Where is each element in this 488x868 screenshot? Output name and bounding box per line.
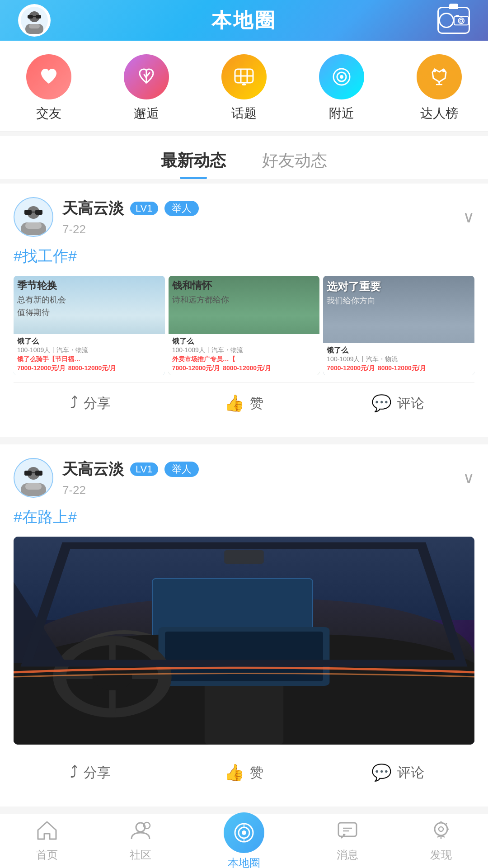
share-label-2: 分享 xyxy=(84,764,111,782)
nav-local[interactable]: 本地圈 xyxy=(224,812,264,868)
post-hashtag-2[interactable]: #在路上# xyxy=(14,507,474,528)
report-badge-2: 举人 xyxy=(164,462,199,477)
svg-point-21 xyxy=(442,70,445,72)
img3-salary1: 7000-12000元/月 xyxy=(327,364,375,373)
friendship-label: 交友 xyxy=(36,105,61,122)
img2-salary2: 8000-12000元/月 xyxy=(223,364,271,373)
like-button-2[interactable]: 👍 赞 xyxy=(167,752,321,793)
post-header-1: 天高云淡 LV1 举人 7-22 ∨ xyxy=(14,197,474,237)
post-avatar-1[interactable] xyxy=(14,197,53,237)
username-2: 天高云淡 xyxy=(62,459,124,480)
car-svg-details xyxy=(14,537,474,745)
like-icon-2: 👍 xyxy=(224,763,244,782)
nav-discover[interactable]: 发现 xyxy=(430,820,452,862)
post-image-1-1[interactable]: 季节轮换 总有新的机会 值得期待 饿了么 100-1009人丨汽车・物流 饿了么… xyxy=(14,276,165,375)
comment-button-2[interactable]: 💬 评论 xyxy=(321,752,474,793)
img1-job1: 饿了么骑手【节日福… xyxy=(17,355,80,363)
img2-title: 钱和情怀 xyxy=(172,279,316,292)
category-friendship[interactable]: 交友 xyxy=(26,54,71,122)
collapse-icon-1[interactable]: ∨ xyxy=(463,208,474,226)
category-nearby[interactable]: 附近 xyxy=(319,54,364,122)
level-badge-2: LV1 xyxy=(130,462,158,476)
like-label-1: 赞 xyxy=(250,394,263,413)
post-avatar-2[interactable] xyxy=(14,458,53,498)
post-date-2: 7-22 xyxy=(62,483,199,497)
comment-button-1[interactable]: 💬 评论 xyxy=(321,383,474,424)
share-button-1[interactable]: ⤴ 分享 xyxy=(14,383,167,424)
discover-label: 发现 xyxy=(430,848,452,862)
img1-brand-sub: 100-1009人丨汽车・物流 xyxy=(17,346,161,354)
bottom-navigation: 首页 社区 本地圈 xyxy=(0,814,488,868)
post-card-1: 天高云淡 LV1 举人 7-22 ∨ #找工作# 季节轮换 总有新的机会 值得期… xyxy=(0,184,488,437)
local-circle-icon xyxy=(224,812,264,853)
encounter-label: 邂逅 xyxy=(134,105,159,122)
svg-point-59 xyxy=(435,823,447,835)
post-hashtag-1[interactable]: #找工作# xyxy=(14,246,474,267)
level-badge-1: LV1 xyxy=(130,202,158,215)
nav-messages[interactable]: 消息 xyxy=(337,820,358,862)
home-icon xyxy=(36,820,58,845)
img1-sub1: 总有新的机会 xyxy=(17,294,161,305)
svg-rect-3 xyxy=(29,24,40,28)
svg-point-20 xyxy=(433,70,436,72)
collapse-icon-2[interactable]: ∨ xyxy=(463,468,474,487)
img3-bottom-card: 饿了么 100-1009人丨汽车・物流 7000-12000元/月 8000-1… xyxy=(323,343,474,375)
post-user-info-1: 天高云淡 LV1 举人 7-22 xyxy=(14,197,199,237)
car-interior-visual xyxy=(14,537,474,745)
username-1: 天高云淡 xyxy=(62,198,124,219)
like-button-1[interactable]: 👍 赞 xyxy=(167,383,321,424)
post-image-1-3[interactable]: 选对了重要 我们给你方向 饿了么 100-1009人丨汽车・物流 7000-12… xyxy=(323,276,474,375)
svg-point-43 xyxy=(93,663,132,690)
share-icon-2: ⤴ xyxy=(70,763,78,782)
community-icon xyxy=(130,820,151,845)
img1-title: 季节轮换 xyxy=(17,279,161,292)
img3-sub: 我们给你方向 xyxy=(327,295,471,306)
post-image-2[interactable] xyxy=(14,537,474,745)
like-label-2: 赞 xyxy=(250,764,263,782)
svg-point-53 xyxy=(242,830,246,835)
user-name-row-2: 天高云淡 LV1 举人 xyxy=(62,459,199,480)
user-name-row-1: 天高云淡 LV1 举人 xyxy=(62,198,199,219)
img2-brand: 饿了么 xyxy=(172,337,316,346)
tab-latest[interactable]: 最新动态 xyxy=(161,150,226,179)
img2-job: 外卖市场推广专员…【 xyxy=(172,355,235,363)
img1-salary2: 8000-12000元/月 xyxy=(68,364,117,373)
svg-rect-30 xyxy=(35,210,42,215)
post-card-2: 天高云淡 LV1 举人 7-22 ∨ #在路上# xyxy=(0,444,488,807)
svg-rect-29 xyxy=(24,210,32,215)
post-image-1-2[interactable]: 钱和情怀 诗和远方都给你 饿了么 100-1009人丨汽车・物流 外卖市场推广专… xyxy=(169,276,320,375)
category-topic[interactable]: 话题 xyxy=(221,54,267,122)
like-icon-1: 👍 xyxy=(224,394,244,413)
user-details-1: 天高云淡 LV1 举人 7-22 xyxy=(62,198,199,236)
share-button-2[interactable]: ⤴ 分享 xyxy=(14,752,167,793)
svg-point-60 xyxy=(439,827,443,831)
categories-section: 交友 邂逅 话题 xyxy=(0,41,488,132)
action-bar-2: ⤴ 分享 👍 赞 💬 评论 xyxy=(14,752,474,793)
img1-bottom-card: 饿了么 100-1009人丨汽车・物流 饿了么骑手【节日福… 7000-1200… xyxy=(14,334,165,375)
img3-brand: 饿了么 xyxy=(327,346,471,355)
svg-rect-35 xyxy=(25,483,42,490)
tab-friends[interactable]: 好友动态 xyxy=(262,150,327,179)
img3-salary2: 8000-12000元/月 xyxy=(378,364,426,373)
nearby-icon xyxy=(319,54,364,99)
img2-salary1: 7000-12000元/月 xyxy=(172,364,221,373)
comment-label-1: 评论 xyxy=(397,394,424,413)
post-user-info-2: 天高云淡 LV1 举人 7-22 xyxy=(14,458,199,498)
category-encounter[interactable]: 邂逅 xyxy=(124,54,169,122)
user-details-2: 天高云淡 LV1 举人 7-22 xyxy=(62,459,199,497)
comment-icon-2: 💬 xyxy=(371,763,392,782)
img1-sub2: 值得期待 xyxy=(17,307,161,318)
svg-rect-37 xyxy=(35,471,42,476)
img1-salary1: 7000-12000元/月 xyxy=(17,364,66,373)
header-avatar[interactable] xyxy=(18,4,51,37)
nav-community[interactable]: 社区 xyxy=(130,820,151,862)
svg-rect-48 xyxy=(224,550,263,564)
discover-icon xyxy=(430,820,452,845)
svg-rect-4 xyxy=(28,15,33,19)
img2-bottom-card: 饿了么 100-1009人丨汽车・物流 外卖市场推广专员…【 7000-1200… xyxy=(169,334,320,375)
topic-icon xyxy=(221,54,267,99)
share-label-1: 分享 xyxy=(84,394,111,413)
category-rank[interactable]: 达人榜 xyxy=(417,54,462,122)
nav-home[interactable]: 首页 xyxy=(36,820,58,862)
camera-button[interactable] xyxy=(437,7,470,34)
